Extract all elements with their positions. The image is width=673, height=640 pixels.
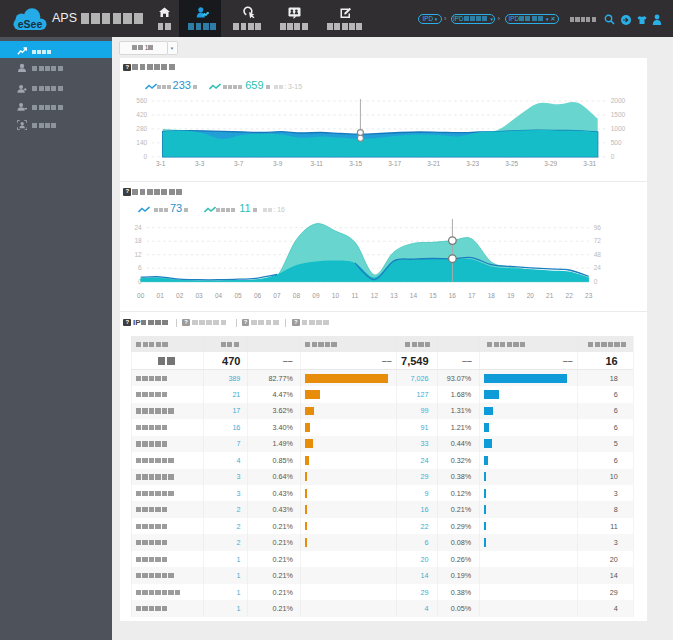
svg-text:08: 08 xyxy=(293,293,301,300)
svg-text:16: 16 xyxy=(449,293,457,300)
svg-text:24: 24 xyxy=(135,224,143,231)
svg-text:420: 420 xyxy=(137,111,148,118)
svg-text:140: 140 xyxy=(137,139,148,146)
svg-text:15: 15 xyxy=(430,293,438,300)
svg-text:23: 23 xyxy=(585,293,593,300)
svg-text:0: 0 xyxy=(594,278,598,285)
svg-text:2000: 2000 xyxy=(611,97,626,104)
svg-text:3-15: 3-15 xyxy=(350,161,363,168)
svg-text:eSee: eSee xyxy=(18,18,43,30)
svg-text:19: 19 xyxy=(507,293,515,300)
svg-text:3-3: 3-3 xyxy=(195,161,205,168)
svg-text:12: 12 xyxy=(135,251,143,258)
svg-text:0: 0 xyxy=(611,153,615,160)
svg-text:48: 48 xyxy=(594,251,602,258)
svg-text:560: 560 xyxy=(137,97,148,104)
svg-text:10: 10 xyxy=(332,293,340,300)
svg-text:18: 18 xyxy=(135,238,143,245)
svg-text:01: 01 xyxy=(157,293,165,300)
svg-text:1000: 1000 xyxy=(611,125,626,132)
svg-text:12: 12 xyxy=(371,293,379,300)
svg-text:3-1: 3-1 xyxy=(156,161,166,168)
svg-text:03: 03 xyxy=(196,293,204,300)
svg-text:22: 22 xyxy=(566,293,574,300)
svg-text:3-17: 3-17 xyxy=(388,161,401,168)
svg-text:72: 72 xyxy=(594,238,602,245)
svg-text:20: 20 xyxy=(527,293,535,300)
svg-text:17: 17 xyxy=(468,293,476,300)
svg-text:09: 09 xyxy=(313,293,321,300)
svg-text:04: 04 xyxy=(215,293,223,300)
svg-text:24: 24 xyxy=(594,265,602,272)
svg-text:00: 00 xyxy=(137,293,145,300)
svg-text:6: 6 xyxy=(138,265,142,272)
svg-text:3-29: 3-29 xyxy=(544,161,557,168)
svg-text:1500: 1500 xyxy=(611,111,626,118)
svg-text:0: 0 xyxy=(144,153,148,160)
svg-text:280: 280 xyxy=(137,125,148,132)
svg-text:3-7: 3-7 xyxy=(234,161,244,168)
svg-text:11: 11 xyxy=(352,293,359,300)
svg-text:14: 14 xyxy=(410,293,418,300)
svg-text:3-31: 3-31 xyxy=(583,161,596,168)
svg-text:13: 13 xyxy=(391,293,399,300)
svg-text:3-23: 3-23 xyxy=(466,161,479,168)
svg-text:02: 02 xyxy=(176,293,184,300)
svg-text:18: 18 xyxy=(488,293,496,300)
svg-text:07: 07 xyxy=(274,293,282,300)
svg-text:21: 21 xyxy=(546,293,554,300)
svg-text:3-21: 3-21 xyxy=(427,161,440,168)
svg-text:96: 96 xyxy=(594,224,602,231)
svg-text:3-11: 3-11 xyxy=(311,161,324,168)
svg-text:3-9: 3-9 xyxy=(273,161,283,168)
svg-text:3-25: 3-25 xyxy=(505,161,518,168)
svg-text:05: 05 xyxy=(235,293,243,300)
svg-text:06: 06 xyxy=(254,293,262,300)
svg-text:500: 500 xyxy=(611,139,622,146)
